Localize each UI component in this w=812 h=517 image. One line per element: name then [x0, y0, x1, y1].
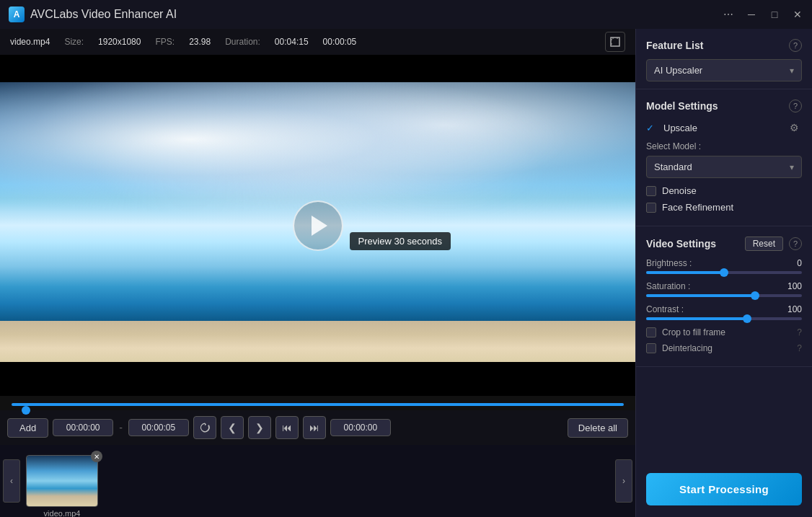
feature-list-dropdown[interactable]: AI Upscaler ▾: [646, 59, 802, 81]
time-start-input[interactable]: [53, 419, 113, 436]
close-button[interactable]: ✕: [792, 9, 803, 20]
brightness-value: 0: [797, 258, 802, 268]
start-btn-area: Start Processing: [636, 461, 812, 517]
contrast-header: Contrast : 100: [646, 304, 802, 314]
model-arrow-icon: ▾: [790, 162, 794, 172]
model-settings-title: Model Settings: [646, 100, 718, 112]
reset-time-button[interactable]: [193, 416, 216, 439]
crop-info-icon[interactable]: ?: [797, 327, 802, 337]
timeline-progress: [12, 403, 624, 406]
contrast-slider-track[interactable]: [646, 317, 802, 320]
size-value: 1920x1080: [98, 37, 141, 47]
denoise-label: Denoise: [662, 185, 802, 196]
brightness-slider-fill: [646, 271, 724, 274]
feature-list-header: Feature List ?: [646, 39, 802, 52]
feature-list-selected: AI Upscaler: [654, 65, 702, 76]
svg-rect-0: [611, 37, 619, 46]
skip-start-button[interactable]: ⏮: [275, 416, 299, 439]
denoise-checkbox[interactable]: [646, 186, 656, 196]
play-button[interactable]: [293, 200, 343, 251]
size-label: Size:: [64, 37, 84, 47]
saturation-header: Saturation : 100: [646, 281, 802, 291]
filename: video.mp4: [10, 37, 50, 47]
contrast-label: Contrast :: [646, 304, 684, 314]
face-refinement-row: Face Refinement: [646, 202, 802, 213]
strip-next-button[interactable]: ›: [615, 459, 632, 503]
deinterlacing-label: Deinterlacing: [662, 343, 791, 353]
crop-label: Crop to fill frame: [662, 327, 791, 337]
thumbnail-image: [26, 455, 98, 507]
saturation-slider-track[interactable]: [646, 294, 802, 297]
saturation-slider-fill: [646, 294, 755, 297]
model-settings-help-icon[interactable]: ?: [789, 100, 802, 112]
restore-button[interactable]: □: [769, 9, 780, 20]
time-end-input[interactable]: [128, 419, 189, 436]
titlebar: A AVCLabs Video Enhancer AI ⋯ ─ □ ✕: [0, 0, 812, 29]
video-settings-section: Video Settings Reset ? Brightness : 0 Sa…: [636, 226, 812, 367]
contrast-slider-thumb[interactable]: [743, 314, 751, 323]
deinterlacing-checkbox[interactable]: [646, 343, 656, 353]
file-info-bar: video.mp4 Size: 1920x1080 FPS: 23.98 Dur…: [0, 29, 635, 55]
feature-list-title: Feature List: [646, 40, 703, 51]
prev-frame-button[interactable]: ❮: [221, 416, 244, 439]
model-dropdown[interactable]: Standard ▾: [646, 156, 802, 178]
thumbnail-strip: ‹ ✕ video.mp4 ›: [0, 445, 635, 517]
window-controls: ⋯ ─ □ ✕: [723, 9, 803, 20]
duration-label: Duration:: [225, 37, 260, 47]
saturation-slider-thumb[interactable]: [751, 291, 759, 300]
video-settings-header: Video Settings Reset ?: [646, 237, 802, 251]
brightness-header: Brightness : 0: [646, 258, 802, 268]
upscale-row: ✓ Upscale ⚙: [646, 120, 802, 136]
delete-all-button[interactable]: Delete all: [568, 418, 628, 438]
video-preview[interactable]: Preview 30 seconds: [0, 55, 635, 396]
next-frame-button[interactable]: ❯: [248, 416, 271, 439]
upscale-check-icon: ✓: [646, 123, 658, 133]
saturation-value: 100: [787, 281, 802, 291]
face-refinement-checkbox[interactable]: [646, 203, 656, 213]
model-settings-section: Model Settings ? ✓ Upscale ⚙ Select Mode…: [636, 89, 812, 226]
app-logo: A: [9, 6, 25, 22]
crop-icon-button[interactable]: [605, 32, 625, 52]
video-settings-help-icon[interactable]: ?: [789, 237, 802, 250]
thumbnail-item: ✕ video.mp4: [26, 455, 98, 507]
skip-end-button[interactable]: ⏭: [303, 416, 326, 439]
deinterlacing-row: Deinterlacing ?: [646, 343, 802, 353]
reset-button[interactable]: Reset: [745, 237, 783, 251]
preview-tooltip: Preview 30 seconds: [350, 232, 451, 250]
model-selected: Standard: [654, 162, 692, 172]
deinterlacing-info-icon[interactable]: ?: [797, 343, 802, 353]
left-panel: video.mp4 Size: 1920x1080 FPS: 23.98 Dur…: [0, 29, 635, 517]
main-layout: video.mp4 Size: 1920x1080 FPS: 23.98 Dur…: [0, 29, 812, 517]
timeline-thumb[interactable]: [22, 406, 30, 415]
position-value: 00:00:05: [323, 37, 357, 47]
app-title: AVCLabs Video Enhancer AI: [30, 8, 177, 21]
add-button[interactable]: Add: [7, 418, 48, 438]
crop-row: Crop to fill frame ?: [646, 327, 802, 337]
minimize-button[interactable]: ─: [746, 9, 757, 20]
brightness-slider-track[interactable]: [646, 271, 802, 274]
feature-list-help-icon[interactable]: ?: [789, 39, 802, 52]
strip-prev-button[interactable]: ‹: [3, 459, 20, 503]
crop-checkbox[interactable]: [646, 327, 656, 337]
saturation-label: Saturation :: [646, 281, 690, 291]
thumbnail-area: ✕ video.mp4: [20, 455, 615, 507]
brightness-slider-row: Brightness : 0: [646, 258, 802, 274]
feature-list-arrow-icon: ▾: [790, 66, 794, 76]
face-refinement-label: Face Refinement: [662, 202, 802, 213]
duration-value: 00:04:15: [275, 37, 309, 47]
menu-button[interactable]: ⋯: [723, 9, 734, 20]
select-model-label: Select Model :: [646, 141, 802, 151]
upscale-label: Upscale: [663, 123, 780, 133]
controls-bar: Add - ❮ ❯ ⏮ ⏭ 00:00:00 Delete all: [0, 410, 635, 445]
contrast-slider-row: Contrast : 100: [646, 304, 802, 320]
time-separator: -: [118, 422, 124, 433]
thumbnail-label: video.mp4: [26, 509, 98, 517]
video-settings-title: Video Settings: [646, 238, 739, 249]
brightness-slider-thumb[interactable]: [720, 268, 728, 277]
titlebar-left: A AVCLabs Video Enhancer AI: [9, 6, 177, 22]
upscale-gear-icon[interactable]: ⚙: [786, 120, 802, 136]
start-processing-button[interactable]: Start Processing: [646, 473, 802, 505]
timeline-bar[interactable]: [0, 396, 635, 410]
thumbnail-close-button[interactable]: ✕: [91, 451, 102, 462]
contrast-slider-fill: [646, 317, 747, 320]
